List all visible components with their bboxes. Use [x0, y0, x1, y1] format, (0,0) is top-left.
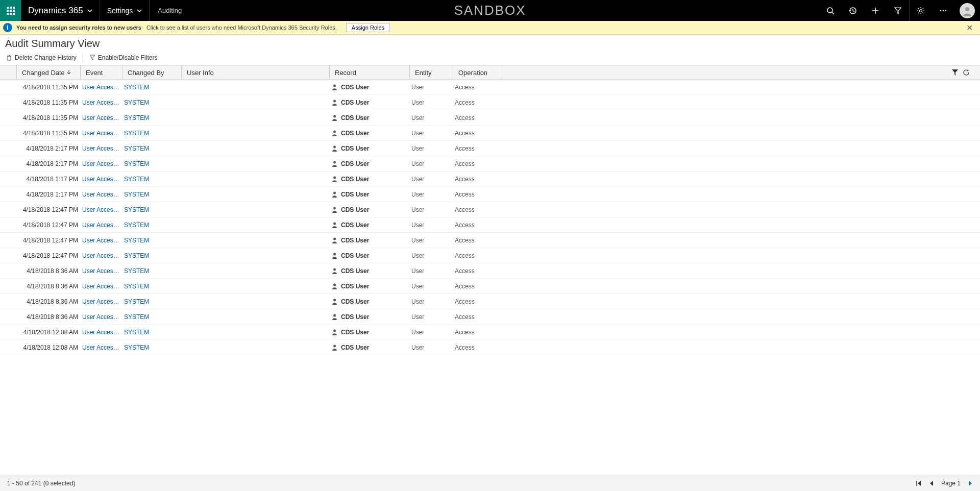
table-row[interactable]: 4/18/2018 11:35 PMUser Access v...SYSTEM… — [0, 95, 980, 110]
more-button[interactable] — [932, 0, 954, 21]
changed-by-link[interactable]: SYSTEM — [124, 222, 149, 229]
table-row[interactable]: 4/18/2018 12:08 AMUser Access v...SYSTEM… — [0, 340, 980, 355]
recent-button[interactable] — [842, 0, 864, 21]
col-operation[interactable]: Operation — [453, 65, 501, 80]
event-link[interactable]: User Access v... — [82, 252, 122, 259]
cell-entity: User — [409, 283, 453, 290]
event-link[interactable]: User Access v... — [82, 283, 122, 290]
table-row[interactable]: 4/18/2018 11:35 PMUser Access v...SYSTEM… — [0, 80, 980, 95]
changed-by-link[interactable]: SYSTEM — [124, 84, 149, 91]
changed-by-link[interactable]: SYSTEM — [124, 114, 149, 121]
grid-header: Changed Date Event Changed By User Info … — [0, 65, 980, 80]
grid-filter-icon[interactable] — [951, 69, 959, 76]
cell-operation: Access — [453, 237, 501, 244]
cell-entity: User — [409, 176, 453, 183]
brand-menu[interactable]: Dynamics 365 — [21, 0, 100, 21]
grid-refresh-icon[interactable] — [963, 69, 970, 76]
changed-by-link[interactable]: SYSTEM — [124, 237, 149, 244]
cell-record: CDS User — [329, 145, 409, 152]
close-notification-button[interactable]: ✕ — [962, 23, 977, 33]
cell-operation: Access — [453, 84, 501, 91]
svg-point-36 — [333, 299, 336, 302]
changed-by-link[interactable]: SYSTEM — [124, 344, 149, 351]
event-link[interactable]: User Access v... — [82, 298, 122, 305]
changed-by-link[interactable]: SYSTEM — [124, 130, 149, 137]
col-entity[interactable]: Entity — [409, 65, 453, 80]
event-link[interactable]: User Access v... — [82, 313, 122, 321]
table-row[interactable]: 4/18/2018 12:47 PMUser Access v...SYSTEM… — [0, 248, 980, 263]
enable-disable-filters-button[interactable]: Enable/Disable Filters — [86, 53, 161, 62]
event-link[interactable]: User Access v... — [82, 160, 122, 167]
svg-rect-2 — [13, 7, 15, 9]
col-event[interactable]: Event — [80, 65, 122, 80]
table-row[interactable]: 4/18/2018 2:17 PMUser Access v...SYSTEMC… — [0, 156, 980, 171]
event-link[interactable]: User Access v... — [82, 237, 122, 244]
table-row[interactable]: 4/18/2018 1:17 PMUser Access v...SYSTEMC… — [0, 171, 980, 187]
table-row[interactable]: 4/18/2018 8:36 AMUser Access v...SYSTEMC… — [0, 309, 980, 325]
event-link[interactable]: User Access v... — [82, 206, 122, 213]
table-row[interactable]: 4/18/2018 11:35 PMUser Access v...SYSTEM… — [0, 126, 980, 141]
table-row[interactable]: 4/18/2018 8:36 AMUser Access v...SYSTEMC… — [0, 294, 980, 309]
user-avatar[interactable] — [960, 3, 975, 18]
col-operation-label: Operation — [458, 69, 487, 77]
changed-by-link[interactable]: SYSTEM — [124, 298, 149, 305]
table-row[interactable]: 4/18/2018 12:47 PMUser Access v...SYSTEM… — [0, 217, 980, 233]
event-link[interactable]: User Access v... — [82, 145, 122, 152]
app-launcher-button[interactable] — [0, 0, 21, 21]
breadcrumb-area[interactable]: Auditing — [150, 7, 190, 14]
delete-change-history-button[interactable]: Delete Change History — [3, 53, 80, 62]
svg-rect-19 — [8, 56, 11, 60]
settings-menu[interactable]: Settings — [100, 0, 150, 21]
table-row[interactable]: 4/18/2018 12:47 PMUser Access v...SYSTEM… — [0, 202, 980, 217]
event-link[interactable]: User Access v... — [82, 114, 122, 121]
filter-icon — [89, 55, 95, 61]
table-row[interactable]: 4/18/2018 11:35 PMUser Access v...SYSTEM… — [0, 110, 980, 126]
cell-operation: Access — [453, 99, 501, 106]
table-row[interactable]: 4/18/2018 8:36 AMUser Access v...SYSTEMC… — [0, 263, 980, 279]
col-record[interactable]: Record — [329, 65, 409, 80]
event-link[interactable]: User Access v... — [82, 176, 122, 183]
assign-roles-button[interactable]: Assign Roles — [346, 23, 390, 32]
event-link[interactable]: User Access v... — [82, 344, 122, 351]
cell-changed-date: 4/18/2018 12:47 PM — [16, 252, 80, 259]
changed-by-link[interactable]: SYSTEM — [124, 176, 149, 183]
changed-by-link[interactable]: SYSTEM — [124, 283, 149, 290]
cell-changed-by: SYSTEM — [122, 129, 181, 137]
advanced-find-button[interactable] — [887, 0, 909, 21]
grid-header-tools — [951, 69, 980, 76]
cell-record: CDS User — [329, 267, 409, 275]
event-link[interactable]: User Access v... — [82, 130, 122, 137]
col-changed-by[interactable]: Changed By — [122, 65, 181, 80]
changed-by-link[interactable]: SYSTEM — [124, 99, 149, 106]
page-title: Audit Summary View — [0, 35, 980, 52]
search-button[interactable] — [819, 0, 842, 21]
changed-by-link[interactable]: SYSTEM — [124, 267, 149, 275]
new-record-button[interactable] — [864, 0, 887, 21]
settings-gear-button[interactable] — [910, 0, 932, 21]
table-row[interactable]: 4/18/2018 12:08 AMUser Access v...SYSTEM… — [0, 325, 980, 340]
changed-by-link[interactable]: SYSTEM — [124, 145, 149, 152]
cell-entity: User — [409, 145, 453, 152]
person-icon — [331, 99, 338, 106]
cell-event: User Access v... — [80, 267, 122, 275]
changed-by-link[interactable]: SYSTEM — [124, 206, 149, 213]
cell-operation: Access — [453, 313, 501, 321]
changed-by-link[interactable]: SYSTEM — [124, 329, 149, 336]
table-row[interactable]: 4/18/2018 1:17 PMUser Access v...SYSTEMC… — [0, 187, 980, 202]
event-link[interactable]: User Access v... — [82, 329, 122, 336]
table-row[interactable]: 4/18/2018 8:36 AMUser Access v...SYSTEMC… — [0, 279, 980, 294]
changed-by-link[interactable]: SYSTEM — [124, 191, 149, 198]
event-link[interactable]: User Access v... — [82, 99, 122, 106]
nav-right-tools — [819, 0, 980, 21]
changed-by-link[interactable]: SYSTEM — [124, 160, 149, 167]
event-link[interactable]: User Access v... — [82, 222, 122, 229]
changed-by-link[interactable]: SYSTEM — [124, 252, 149, 259]
col-changed-date[interactable]: Changed Date — [16, 65, 80, 80]
event-link[interactable]: User Access v... — [82, 84, 122, 91]
table-row[interactable]: 4/18/2018 2:17 PMUser Access v...SYSTEMC… — [0, 141, 980, 156]
event-link[interactable]: User Access v... — [82, 191, 122, 198]
event-link[interactable]: User Access v... — [82, 267, 122, 275]
col-user-info[interactable]: User Info — [181, 65, 329, 80]
table-row[interactable]: 4/18/2018 12:47 PMUser Access v...SYSTEM… — [0, 233, 980, 248]
changed-by-link[interactable]: SYSTEM — [124, 313, 149, 321]
